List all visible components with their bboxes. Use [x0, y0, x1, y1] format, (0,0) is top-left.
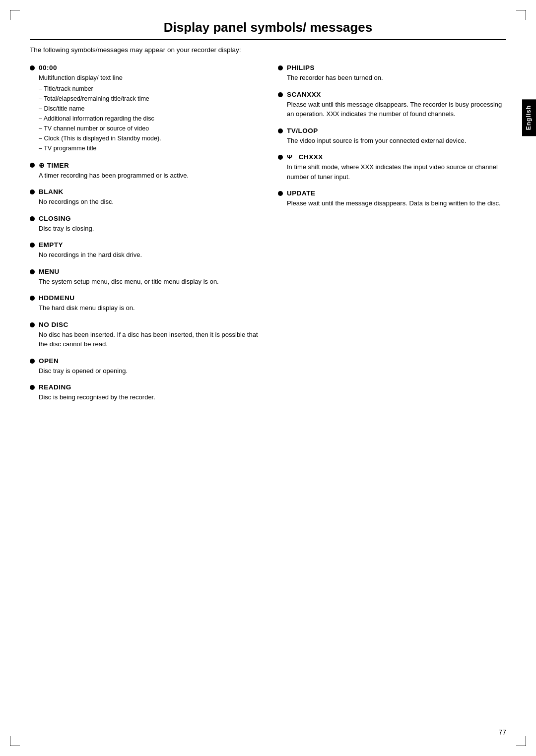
- list-item: Additional information regarding the dis…: [39, 114, 258, 124]
- item-header: EMPTY: [30, 241, 258, 249]
- sub-list: Title/track number Total/elapsed/remaini…: [39, 84, 258, 153]
- item-title: TV/LOOP: [287, 127, 318, 134]
- bullet-icon: [278, 92, 283, 97]
- list-item: SCANXXX Please wait until this message d…: [278, 91, 506, 119]
- list-item: Title/track number: [39, 84, 258, 94]
- bullet-icon: [30, 65, 35, 70]
- list-item: HDDMENU The hard disk menu display is on…: [30, 294, 258, 313]
- item-description: A timer recording has been programmed or…: [39, 171, 258, 181]
- item-header: SCANXXX: [278, 91, 506, 98]
- item-header: NO DISC: [30, 321, 258, 328]
- page-number: 77: [498, 728, 506, 736]
- bullet-icon: [30, 163, 35, 168]
- list-item: ⊕ TIMER A timer recording has been progr…: [30, 161, 258, 181]
- item-header: PHILIPS: [278, 64, 506, 71]
- bullet-icon: [30, 216, 35, 221]
- item-header: UPDATE: [278, 189, 506, 197]
- item-header: READING: [30, 383, 258, 391]
- list-item: PHILIPS The recorder has been turned on.: [278, 64, 506, 83]
- list-item: TV channel number or source of video: [39, 124, 258, 133]
- left-column: 00:00 Multifunction display/ text line T…: [30, 64, 258, 410]
- item-title: OPEN: [39, 357, 59, 365]
- item-header: Ψ _CHXXX: [278, 153, 506, 161]
- list-item: TV programme title: [39, 143, 258, 153]
- item-description: The system setup menu, disc menu, or tit…: [39, 277, 258, 287]
- item-description: No recordings on the disc.: [39, 197, 258, 207]
- language-tab: English: [522, 99, 536, 136]
- bullet-icon: [30, 296, 35, 301]
- page-title: Display panel symbols/ messages: [30, 20, 506, 40]
- item-description: The hard disk menu display is on.: [39, 303, 258, 313]
- item-description: Multifunction display/ text line: [39, 73, 258, 83]
- item-description: No disc has been inserted. If a disc has…: [39, 330, 258, 349]
- corner-mark-tl: [10, 10, 20, 20]
- item-title: MENU: [39, 268, 60, 275]
- item-header: HDDMENU: [30, 294, 258, 302]
- item-title: ⊕ TIMER: [39, 161, 69, 169]
- item-description: Please wait until the message disappears…: [287, 198, 506, 208]
- item-description: Please wait until this message disappear…: [287, 100, 506, 119]
- corner-mark-bl: [10, 736, 20, 746]
- list-item: EMPTY No recordings in the hard disk dri…: [30, 241, 258, 260]
- item-description: The recorder has been turned on.: [287, 73, 506, 83]
- item-title: SCANXXX: [287, 91, 321, 98]
- item-description: The video input source is from your conn…: [287, 136, 506, 146]
- item-header: OPEN: [30, 357, 258, 365]
- list-item: Ψ _CHXXX In time shift mode, where XXX i…: [278, 153, 506, 182]
- item-description: Disc is being recognised by the recorder…: [39, 392, 258, 402]
- corner-mark-tr: [516, 10, 526, 20]
- item-description: Disc tray is closing.: [39, 224, 258, 234]
- bullet-icon: [278, 155, 283, 160]
- item-title: PHILIPS: [287, 64, 315, 71]
- item-title: UPDATE: [287, 189, 316, 197]
- bullet-icon: [278, 191, 283, 196]
- item-title: EMPTY: [39, 241, 63, 249]
- bullet-icon: [30, 243, 35, 248]
- item-description: Disc tray is opened or opening.: [39, 366, 258, 376]
- bullet-icon: [278, 65, 283, 70]
- item-description: In time shift mode, where XXX indicates …: [287, 162, 506, 182]
- bullet-icon: [278, 128, 283, 133]
- item-header: MENU: [30, 268, 258, 275]
- bullet-icon: [30, 189, 35, 194]
- item-header: 00:00: [30, 64, 258, 71]
- bullet-icon: [30, 359, 35, 364]
- content-area: 00:00 Multifunction display/ text line T…: [30, 64, 506, 410]
- item-header: TV/LOOP: [278, 127, 506, 134]
- bullet-icon: [30, 269, 35, 274]
- list-item: READING Disc is being recognised by the …: [30, 383, 258, 402]
- item-header: BLANK: [30, 188, 258, 195]
- list-item: OPEN Disc tray is opened or opening.: [30, 357, 258, 376]
- item-title: 00:00: [39, 64, 57, 71]
- corner-mark-br: [516, 736, 526, 746]
- intro-text: The following symbols/messages may appea…: [30, 45, 506, 55]
- bullet-icon: [30, 322, 35, 327]
- list-item: UPDATE Please wait until the message dis…: [278, 189, 506, 208]
- list-item: Total/elapsed/remaining title/track time: [39, 94, 258, 104]
- item-title: Ψ _CHXXX: [287, 153, 323, 161]
- item-description: No recordings in the hard disk drive.: [39, 250, 258, 260]
- item-title: HDDMENU: [39, 294, 75, 302]
- list-item: TV/LOOP The video input source is from y…: [278, 127, 506, 146]
- item-header: CLOSING: [30, 215, 258, 222]
- list-item: BLANK No recordings on the disc.: [30, 188, 258, 207]
- list-item: NO DISC No disc has been inserted. If a …: [30, 321, 258, 349]
- item-header: ⊕ TIMER: [30, 161, 258, 169]
- item-title: BLANK: [39, 188, 64, 195]
- item-title: NO DISC: [39, 321, 68, 328]
- list-item: 00:00 Multifunction display/ text line T…: [30, 64, 258, 153]
- list-item: CLOSING Disc tray is closing.: [30, 215, 258, 234]
- list-item: MENU The system setup menu, disc menu, o…: [30, 268, 258, 287]
- list-item: Clock (This is displayed in Standby mode…: [39, 133, 258, 143]
- item-title: READING: [39, 383, 71, 391]
- item-title: CLOSING: [39, 215, 71, 222]
- bullet-icon: [30, 385, 35, 390]
- right-column: PHILIPS The recorder has been turned on.…: [278, 64, 506, 410]
- list-item: Disc/title name: [39, 104, 258, 114]
- page: English Display panel symbols/ messages …: [0, 0, 536, 756]
